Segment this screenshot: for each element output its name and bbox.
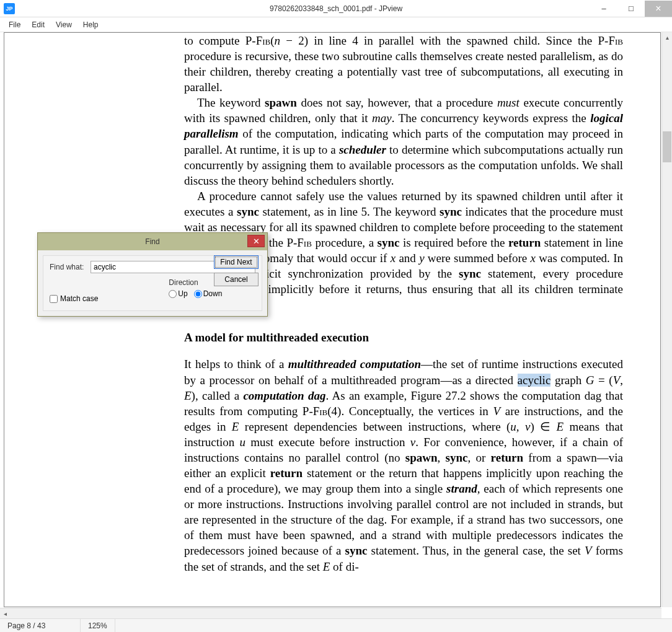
find-dialog: Find ✕ Find what: Match case Direction U… <box>37 232 268 317</box>
menubar: File Edit View Help <box>0 17 672 32</box>
find-next-button[interactable]: Find Next <box>214 255 259 269</box>
find-what-label: Find what: <box>50 263 86 271</box>
doc-paragraph: It helps to think of a multithreaded com… <box>184 356 623 574</box>
horizontal-scrollbar[interactable]: ◂ <box>0 608 661 618</box>
minimize-button[interactable]: – <box>590 1 617 17</box>
match-case-label: Match case <box>60 294 98 303</box>
window-title: 9780262033848_sch_0001.pdf - JPview <box>0 4 672 13</box>
doc-paragraph: The keyword spawn does not say, however,… <box>184 95 623 188</box>
doc-paragraph: to compute P-Fib(n − 2) in line 4 in par… <box>184 33 623 95</box>
match-case-checkbox[interactable] <box>50 295 58 303</box>
titlebar: JP 9780262033848_sch_0001.pdf - JPview –… <box>0 0 672 17</box>
scroll-up-icon[interactable]: ▴ <box>662 32 672 43</box>
maximize-button[interactable]: □ <box>617 1 645 17</box>
find-title-label: Find <box>145 237 159 246</box>
section-heading: A model for multithreaded execution <box>184 330 623 345</box>
content-area: to compute P-Fib(n − 2) in line 4 in par… <box>0 32 672 618</box>
statusbar: Page 8 / 43 125% <box>0 618 672 632</box>
find-dialog-title: Find ✕ <box>38 233 267 250</box>
status-page: Page 8 / 43 <box>0 619 81 632</box>
scroll-thumb[interactable] <box>663 131 671 162</box>
menu-edit[interactable]: Edit <box>27 19 50 30</box>
vertical-scrollbar[interactable]: ▴ <box>661 32 672 607</box>
menu-file[interactable]: File <box>4 19 25 30</box>
close-button[interactable]: × <box>645 1 672 17</box>
page-viewer[interactable]: to compute P-Fib(n − 2) in line 4 in par… <box>4 32 661 607</box>
search-highlight: acyclic <box>518 374 551 387</box>
direction-up-radio[interactable] <box>169 290 177 298</box>
window-controls: – □ × <box>590 1 672 17</box>
direction-up-option[interactable]: Up <box>169 289 187 298</box>
scroll-left-icon[interactable]: ◂ <box>0 608 11 618</box>
direction-up-label: Up <box>178 289 187 298</box>
match-case-option[interactable]: Match case <box>50 294 98 303</box>
cancel-button[interactable]: Cancel <box>214 273 259 286</box>
direction-down-option[interactable]: Down <box>194 289 223 298</box>
direction-down-radio[interactable] <box>194 290 202 298</box>
app-icon: JP <box>4 3 15 14</box>
direction-down-label: Down <box>203 289 223 298</box>
menu-view[interactable]: View <box>51 19 77 30</box>
find-close-button[interactable]: ✕ <box>247 235 265 247</box>
status-zoom: 125% <box>81 619 115 632</box>
menu-help[interactable]: Help <box>78 19 104 30</box>
